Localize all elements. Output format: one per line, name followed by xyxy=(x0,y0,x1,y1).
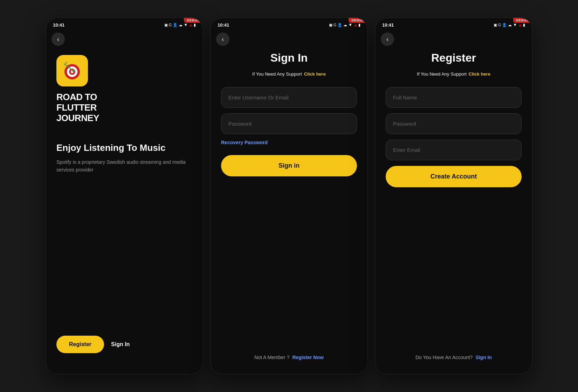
battery-icon-3: G xyxy=(498,23,501,27)
welcome-heading: Enjoy Listening To Music xyxy=(56,142,192,153)
support-text-3: If You Need Any Support xyxy=(417,71,467,77)
screen1-body: ROAD TO FLUTTER JOURNEY Enjoy Listening … xyxy=(46,48,203,374)
person-icon-2: 👤 xyxy=(337,23,342,27)
bottom-row-2: Not A Member ? Register Now xyxy=(221,355,357,364)
debug-badge-3: DEBUG xyxy=(513,18,532,23)
battery-status-3: ▮ xyxy=(523,23,525,27)
fullname-input[interactable] xyxy=(386,87,522,108)
signal-icon-3: ▲ xyxy=(518,23,522,27)
wifi-icon-3: ▼ xyxy=(513,22,517,27)
status-icons-1: ▣ G 👤 ☁ ▼ ▲ ▮ xyxy=(164,22,196,27)
screen3-register: DEBUG 10:41 ▣ G 👤 ☁ ▼ ▲ ▮ ‹ Register If … xyxy=(375,18,532,374)
support-row-3: If You Need Any Support Click here xyxy=(386,71,522,77)
register-title: Register xyxy=(386,51,522,64)
cloud-icon-2: ☁ xyxy=(343,23,347,27)
person-icon-3: 👤 xyxy=(502,23,507,27)
back-button-3[interactable]: ‹ xyxy=(381,33,394,46)
screens-container: DEBUG 10:41 ▣ G 👤 ☁ ▼ ▲ ▮ ‹ xyxy=(0,0,578,392)
sim-icon-2: ▣ xyxy=(329,23,332,27)
register-button[interactable]: Register xyxy=(56,336,104,353)
status-bar-3: 10:41 ▣ G 👤 ☁ ▼ ▲ ▮ xyxy=(375,18,532,30)
time-2: 10:41 xyxy=(218,22,229,28)
screen2-body: Sign In If You Need Any Support Click he… xyxy=(211,48,367,374)
app-title: ROAD TO FLUTTER JOURNEY xyxy=(56,92,192,124)
screen1-welcome: DEBUG 10:41 ▣ G 👤 ☁ ▼ ▲ ▮ ‹ xyxy=(46,18,203,374)
have-account-text: Do You Have An Account? xyxy=(415,355,473,360)
signal-icon-2: ▲ xyxy=(353,23,357,27)
person-icon: 👤 xyxy=(173,23,178,27)
status-icons-2: ▣ G 👤 ☁ ▼ ▲ ▮ xyxy=(329,22,360,27)
support-row-2: If You Need Any Support Click here xyxy=(221,71,357,77)
email-input[interactable] xyxy=(386,140,522,160)
recovery-link[interactable]: Recovery Password xyxy=(221,140,357,145)
svg-line-7 xyxy=(64,64,66,65)
username-input[interactable] xyxy=(221,87,357,108)
wifi-icon-2: ▼ xyxy=(348,22,352,27)
not-member-text: Not A Member ? xyxy=(254,355,289,360)
support-link-3[interactable]: Click here xyxy=(469,71,490,77)
app-logo xyxy=(56,55,88,86)
create-account-button[interactable]: Create Account xyxy=(386,166,522,187)
battery-status: ▮ xyxy=(194,23,196,27)
signal-icon: ▲ xyxy=(189,23,193,27)
debug-badge-2: DEBUG xyxy=(349,18,367,23)
signin-link[interactable]: Sign In xyxy=(475,355,492,360)
welcome-subtext: Spotify is a proprietary Swedish audio s… xyxy=(56,158,192,174)
screen3-body: Register If You Need Any Support Click h… xyxy=(375,48,532,374)
bottom-row-3: Do You Have An Account? Sign In xyxy=(386,355,522,364)
register-now-link[interactable]: Register Now xyxy=(292,355,323,360)
sim-icon: ▣ xyxy=(164,23,168,27)
status-icons-3: ▣ G 👤 ☁ ▼ ▲ ▮ xyxy=(494,22,525,27)
battery-icon-2: G xyxy=(333,23,337,27)
signin-button[interactable]: Sign in xyxy=(221,155,357,176)
status-bar-2: 10:41 ▣ G 👤 ☁ ▼ ▲ ▮ xyxy=(211,18,367,30)
wifi-icon: ▼ xyxy=(184,22,188,27)
back-button-1[interactable]: ‹ xyxy=(51,33,65,46)
signin-text-button[interactable]: Sign In xyxy=(111,341,130,348)
cloud-icon: ☁ xyxy=(179,23,183,27)
screen2-signin: DEBUG 10:41 ▣ G 👤 ☁ ▼ ▲ ▮ ‹ Sign In If Y… xyxy=(210,18,368,374)
support-text-2: If You Need Any Support xyxy=(252,71,302,77)
register-password-input[interactable] xyxy=(386,113,522,134)
status-bar-1: 10:41 ▣ G 👤 ☁ ▼ ▲ ▮ xyxy=(46,18,203,30)
signin-title: Sign In xyxy=(221,51,357,64)
svg-line-6 xyxy=(65,62,67,64)
battery-status-2: ▮ xyxy=(358,23,360,27)
battery-icon: G xyxy=(169,23,172,27)
welcome-buttons: Register Sign In xyxy=(56,336,192,353)
password-input[interactable] xyxy=(221,113,357,134)
back-button-2[interactable]: ‹ xyxy=(216,33,229,46)
support-link-2[interactable]: Click here xyxy=(304,71,326,77)
cloud-icon-3: ☁ xyxy=(508,23,512,27)
sim-icon-3: ▣ xyxy=(494,23,497,27)
time-1: 10:41 xyxy=(53,22,64,28)
debug-badge-1: DEBUG xyxy=(184,18,203,23)
time-3: 10:41 xyxy=(382,22,394,28)
